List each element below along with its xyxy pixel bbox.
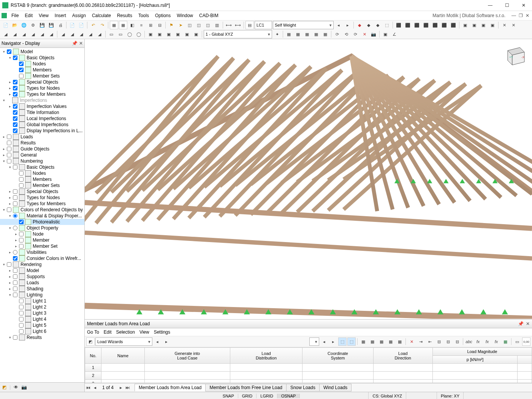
- cell[interactable]: [432, 380, 518, 383]
- tb2-d-icon[interactable]: ◢: [29, 30, 37, 38]
- nav-bot-cam-icon[interactable]: 📷: [21, 385, 27, 390]
- nav-bot-eye-icon[interactable]: 👁: [14, 385, 18, 390]
- tree-item[interactable]: ▾Lighting: [0, 292, 84, 298]
- tree-checkbox[interactable]: [13, 80, 17, 84]
- tree-checkbox[interactable]: [19, 68, 24, 72]
- bp-sel-b-icon[interactable]: ⬚: [347, 337, 356, 346]
- doc-minimize-icon[interactable]: —: [511, 13, 517, 18]
- status-snap-osnap[interactable]: OSNAP: [277, 394, 300, 398]
- page-first-icon[interactable]: ⏮: [85, 385, 92, 390]
- menu-view[interactable]: View: [36, 12, 52, 19]
- tree-checkbox[interactable]: [13, 92, 17, 97]
- tree-item[interactable]: Light 4: [0, 316, 84, 322]
- tb-new-icon[interactable]: 📄: [2, 21, 10, 29]
- bp-e5-icon[interactable]: ⊟: [453, 337, 461, 346]
- tree-item[interactable]: Member Sets: [0, 182, 84, 188]
- expand-icon[interactable]: ▾: [2, 98, 6, 102]
- tree-item[interactable]: ▸Node: [0, 231, 84, 237]
- tb-sel3-icon[interactable]: ◫: [204, 21, 212, 29]
- tb-tool-a-icon[interactable]: ◧: [128, 21, 136, 29]
- tb-flag-icon[interactable]: ⚑: [167, 21, 176, 29]
- tb-save-icon[interactable]: 💾: [38, 21, 46, 29]
- tb2-r-icon[interactable]: ▣: [165, 30, 173, 38]
- cell[interactable]: [230, 372, 302, 380]
- tree-item[interactable]: ▸Guide Objects: [0, 146, 84, 152]
- tree-checkbox[interactable]: [19, 238, 24, 242]
- tree-item[interactable]: ▾Colors of Rendered Objects by: [0, 207, 84, 213]
- tb-loadcase-icon[interactable]: ▤: [245, 21, 254, 29]
- expand-icon[interactable]: ▸: [14, 232, 18, 236]
- tb2-c-icon[interactable]: ◢: [20, 30, 28, 38]
- bp-tab[interactable]: Snow Loads: [286, 384, 320, 391]
- tree-checkbox[interactable]: [19, 317, 24, 321]
- tree-item[interactable]: ▸Imperfection Values: [0, 103, 84, 109]
- app-menu-icon[interactable]: [2, 13, 7, 18]
- tb-gear-icon[interactable]: ⚙: [29, 21, 37, 29]
- bp-menu-edit[interactable]: Edit: [104, 329, 112, 335]
- tb2-v3-icon[interactable]: ▦: [303, 30, 311, 38]
- tree-item[interactable]: ▸Supports: [0, 274, 84, 280]
- tb-g3-icon[interactable]: ⬛: [413, 21, 421, 29]
- tree-item[interactable]: ▸Types for Nodes: [0, 85, 84, 91]
- tree-item[interactable]: Photorealistic: [0, 219, 84, 225]
- tree-checkbox[interactable]: [13, 189, 17, 194]
- table-row[interactable]: 1: [85, 364, 532, 372]
- menu-window[interactable]: Window: [174, 12, 196, 19]
- cell[interactable]: [101, 364, 145, 372]
- tree-item[interactable]: Nodes: [0, 61, 84, 67]
- tree-radio[interactable]: [13, 250, 17, 255]
- bp-nav-l-icon[interactable]: ◂: [320, 337, 328, 346]
- bp-menu-settings[interactable]: Settings: [154, 329, 170, 335]
- tree-checkbox[interactable]: [19, 329, 24, 334]
- cell[interactable]: [144, 364, 230, 372]
- tb-view3-icon[interactable]: ▣: [479, 21, 488, 29]
- col-header[interactable]: Load Magnitude: [432, 348, 532, 356]
- col-header[interactable]: Name: [101, 348, 145, 364]
- tree-item[interactable]: Display Imperfections in L...: [0, 128, 84, 134]
- tb2-e1-icon[interactable]: ▣: [381, 30, 390, 38]
- bp-tab[interactable]: Wind Loads: [319, 384, 352, 391]
- expand-icon[interactable]: ▸: [14, 244, 18, 248]
- bp-menu-selection[interactable]: Selection: [116, 329, 135, 335]
- row-header[interactable]: 3: [85, 380, 101, 383]
- tree-checkbox[interactable]: [19, 311, 24, 315]
- expand-icon[interactable]: ▸: [8, 86, 12, 90]
- tb2-v4-icon[interactable]: ▦: [312, 30, 320, 38]
- loadcase-code-combo[interactable]: LC1: [255, 21, 272, 29]
- col-header[interactable]: No.: [85, 348, 101, 364]
- bp-t4-icon[interactable]: ▦: [386, 337, 395, 346]
- bp-combo[interactable]: Load Wizards▾: [95, 337, 152, 346]
- tb2-f-icon[interactable]: ◢: [47, 30, 55, 38]
- menu-options[interactable]: Options: [152, 12, 174, 19]
- bp-e4-icon[interactable]: ⊟: [444, 337, 452, 346]
- tb-doc2-icon[interactable]: 📄: [77, 21, 86, 29]
- expand-icon[interactable]: ▾: [8, 336, 12, 339]
- tree-item[interactable]: Light 6: [0, 328, 84, 334]
- row-header[interactable]: 2: [85, 372, 101, 380]
- tb-prev-icon[interactable]: ◂: [334, 21, 343, 29]
- bp-unit-icon[interactable]: ▭: [513, 337, 521, 346]
- tree-item[interactable]: Light 1: [0, 298, 84, 304]
- bp-t5-icon[interactable]: ▦: [396, 337, 404, 346]
- expand-icon[interactable]: ▸: [8, 190, 12, 193]
- tb2-o-icon[interactable]: ◯: [135, 30, 143, 38]
- tb2-cs1-icon[interactable]: ✦: [273, 30, 281, 38]
- loads-table[interactable]: No.NameGenerate into Load CaseLoad Distr…: [85, 347, 532, 383]
- tree-checkbox[interactable]: [19, 177, 24, 182]
- loadcase-name-combo[interactable]: Self Weight▾: [273, 21, 334, 29]
- expand-icon[interactable]: ▸: [2, 135, 6, 139]
- tb2-v2-icon[interactable]: ▦: [294, 30, 302, 38]
- tree-checkbox[interactable]: [13, 128, 17, 133]
- tb-doc-icon[interactable]: 📄: [68, 21, 76, 29]
- menu-tools[interactable]: Tools: [135, 12, 152, 19]
- tb-arrow-icon[interactable]: ➤: [176, 21, 185, 29]
- row-header[interactable]: 1: [85, 364, 101, 372]
- tree-item[interactable]: ▸Special Objects: [0, 79, 84, 85]
- expand-icon[interactable]: ▾: [8, 165, 12, 169]
- expand-icon[interactable]: ▸: [14, 238, 18, 242]
- tb-undo-icon[interactable]: ↶: [89, 21, 97, 29]
- menu-file[interactable]: File: [8, 12, 22, 19]
- bottom-panel-pin-icon[interactable]: 📌: [518, 321, 524, 326]
- tb-g6-icon[interactable]: ⬛: [440, 21, 448, 29]
- cell[interactable]: [101, 380, 145, 383]
